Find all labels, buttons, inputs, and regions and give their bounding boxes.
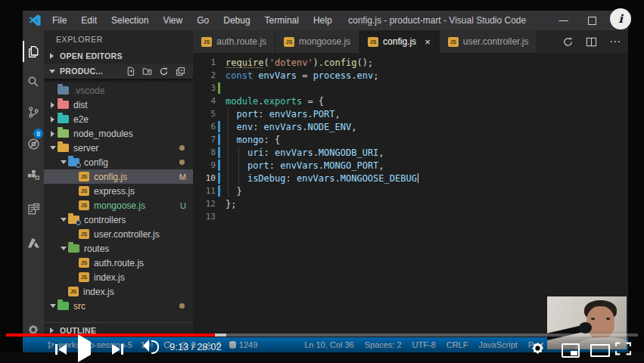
code-line-13[interactable]: 13	[193, 210, 628, 223]
progress-played	[6, 334, 215, 337]
extensions-icon[interactable]	[23, 165, 44, 186]
js-file-icon: JS	[201, 37, 212, 47]
code-line-2[interactable]: 2const envVars = process.env;	[193, 69, 628, 82]
refresh-icon[interactable]	[159, 67, 169, 76]
tree-item-config.js[interactable]: JSconfig.jsM	[44, 169, 193, 184]
tree-item-dist[interactable]: dist	[44, 98, 193, 112]
previous-button[interactable]	[55, 344, 67, 355]
tree-item-label: dist	[73, 100, 88, 110]
settings-button[interactable]	[530, 340, 546, 359]
tab-mongoose.js[interactable]: JSmongoose.js	[275, 30, 359, 53]
tree-item-label: server	[73, 143, 98, 154]
tree-item-label: express.js	[94, 186, 135, 197]
explorer-icon[interactable]	[23, 41, 44, 62]
code-line-6[interactable]: 6 env: envVars.NODE_ENV,	[193, 120, 628, 133]
azure-icon[interactable]	[23, 233, 44, 254]
code-text: env: envVars.NODE_ENV,	[223, 122, 356, 132]
play-icon	[78, 334, 91, 362]
minimize-button[interactable]: —	[559, 15, 568, 26]
collapse-all-icon[interactable]	[176, 67, 185, 76]
code-line-9[interactable]: 9 port: envVars.MONGO_PORT,	[193, 159, 628, 172]
line-number: 2	[193, 70, 223, 80]
code-line-4[interactable]: 4module.exports = {	[193, 95, 628, 107]
chevron-right-icon	[48, 116, 57, 123]
tree-item-server[interactable]: server	[44, 141, 193, 155]
chevron-right-icon	[50, 53, 54, 59]
code-line-5[interactable]: 5 port: envVars.PORT,	[193, 107, 628, 120]
vscode-logo-icon	[28, 14, 42, 27]
tab-close-icon[interactable]: ×	[425, 36, 431, 48]
explorer-title: EXPLORER	[44, 30, 193, 48]
chevron-down-icon	[59, 160, 67, 164]
next-button[interactable]	[112, 344, 123, 355]
tree-item-config[interactable]: config	[44, 155, 193, 169]
code-line-10[interactable]: 10 isDebug: envVars.MONGOOSE_DEBUG	[193, 172, 628, 185]
split-editor-icon[interactable]	[586, 36, 597, 48]
tree-item-label: auth.route.js	[94, 258, 144, 268]
code-line-1[interactable]: 1require('dotenv').config();	[193, 56, 628, 69]
menu-debug[interactable]: Debug	[219, 15, 254, 26]
js-file-icon: JS	[79, 172, 89, 182]
code-line-8[interactable]: 8 uri: envVars.MONGODB_URI,	[193, 146, 628, 159]
open-editors-section[interactable]: OPEN EDITORS	[44, 48, 193, 64]
tree-item-controllers[interactable]: controllers	[44, 213, 193, 227]
tab-label: auth.route.js	[216, 36, 266, 47]
tree-item-express.js[interactable]: JSexpress.js	[44, 184, 193, 198]
text-cursor	[418, 173, 419, 183]
menu-selection[interactable]: Selection	[107, 15, 152, 26]
sync-changes-icon[interactable]	[562, 36, 574, 48]
progress-buffer	[215, 334, 226, 337]
project-section[interactable]: PRODUC...	[44, 64, 193, 79]
menu-help[interactable]: Help	[310, 15, 336, 26]
tree-item-mongoose.js[interactable]: JSmongoose.jsU	[44, 198, 193, 213]
code-text: module.exports = {	[223, 96, 324, 107]
menu-edit[interactable]: Edit	[77, 15, 101, 26]
fullscreen-button[interactable]	[615, 342, 631, 358]
maximize-button[interactable]	[588, 17, 596, 25]
chevron-down-icon	[48, 146, 57, 150]
folder-icon	[58, 129, 69, 138]
tree-item-index.js[interactable]: JSindex.js	[44, 284, 193, 299]
previous-icon	[58, 344, 67, 355]
tab-auth.route.js[interactable]: JSauth.route.js	[193, 30, 275, 53]
tab-user.controller.js[interactable]: JSuser.controller.js	[440, 30, 538, 53]
code-line-7[interactable]: 7 mongo: {	[193, 133, 628, 146]
tree-item-routes[interactable]: routes	[44, 241, 193, 256]
code-editor[interactable]: 1require('dotenv').config();2const envVa…	[193, 53, 628, 337]
titlebar[interactable]: FileEditSelectionViewGoDebugTerminalHelp…	[23, 11, 628, 30]
tree-item-label: .vscode	[73, 85, 104, 96]
tree-item-.vscode[interactable]: .vscode	[44, 83, 193, 98]
code-text: const envVars = process.env;	[223, 70, 378, 81]
miniplayer-button[interactable]	[562, 343, 580, 358]
menu-view[interactable]: View	[159, 15, 186, 26]
activity-bar: 8	[23, 30, 44, 337]
test-explorer-icon[interactable]	[23, 198, 44, 219]
chevron-down-icon	[59, 218, 67, 222]
code-line-12[interactable]: 12};	[193, 197, 628, 210]
new-folder-icon[interactable]	[142, 67, 152, 76]
tree-item-e2e[interactable]: e2e	[44, 112, 193, 126]
more-actions-icon[interactable]: ⋯	[609, 35, 621, 48]
tab-config.js[interactable]: JSconfig.js×	[359, 30, 440, 53]
menu-terminal[interactable]: Terminal	[261, 15, 303, 26]
menu-go[interactable]: Go	[193, 15, 213, 26]
code-line-11[interactable]: 11 }	[193, 185, 628, 197]
tree-item-label: index.js	[83, 287, 114, 297]
play-button[interactable]	[78, 342, 91, 355]
progress-bar[interactable]	[6, 334, 638, 337]
info-button[interactable]: i	[610, 8, 631, 29]
code-line-3[interactable]: 3	[193, 82, 628, 95]
menu-file[interactable]: File	[48, 15, 70, 26]
tree-item-index.js[interactable]: JSindex.js	[44, 270, 193, 284]
tree-item-user.controller.js[interactable]: JSuser.controller.js	[44, 227, 193, 241]
theater-mode-button[interactable]	[590, 344, 610, 357]
tree-item-label: config.js	[94, 172, 127, 182]
tree-item-src[interactable]: src	[44, 299, 193, 313]
tab-label: mongoose.js	[299, 36, 350, 47]
search-icon[interactable]	[23, 71, 44, 92]
tree-item-node_modules[interactable]: node_modules	[44, 126, 193, 141]
new-file-icon[interactable]	[126, 67, 135, 76]
tree-item-auth.route.js[interactable]: JSauth.route.js	[44, 256, 193, 270]
tree-item-label: mongoose.js	[94, 200, 145, 211]
source-control-icon[interactable]	[23, 101, 44, 123]
